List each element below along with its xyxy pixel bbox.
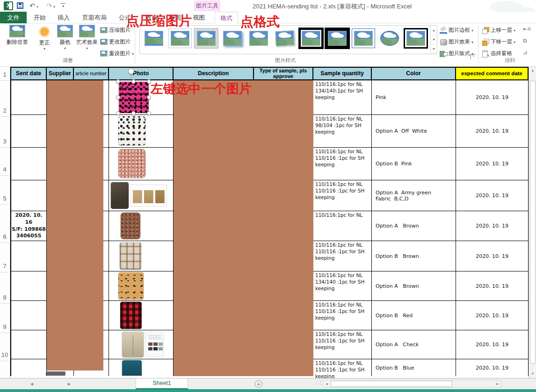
bring-forward-button[interactable]: 上移一层▾ (482, 27, 515, 34)
rotate-handle[interactable] (128, 68, 134, 74)
picture-style-thumbnail[interactable] (351, 29, 376, 51)
header-sent-date[interactable]: Sent date (10, 67, 47, 80)
photo-red-check-jacket[interactable] (120, 302, 142, 329)
undo-dropdown-icon[interactable]: ▾ (36, 5, 38, 9)
cell-expected-date[interactable]: 2020. 10. 19 (456, 359, 529, 376)
photo-brown-fur-coat[interactable] (121, 213, 140, 239)
cell-sample-quantity[interactable]: 110/116:1pc for NL 110/116 :1pc for SH k… (313, 241, 372, 271)
picture-style-thumbnail[interactable] (142, 29, 166, 51)
picture-style-thumbnail[interactable] (299, 29, 323, 51)
cell-sample-quantity[interactable]: 110/116:1pc for NL 110/116 :1pc for SH k… (313, 359, 372, 376)
scroll-left-icon[interactable]: ◄ (323, 380, 330, 387)
cell-expected-date[interactable]: 2020. 10. 19 (456, 271, 529, 301)
tab-format-active[interactable]: 格式 (215, 12, 238, 23)
group-icon[interactable]: ⧉ (523, 35, 536, 47)
cell-sample-quantity[interactable]: 110/116:1pc for NL 134/140 :1pc for SH k… (313, 271, 372, 301)
remove-background-button[interactable]: 删除背景 (3, 25, 32, 46)
align-icon[interactable]: ⇤≡ (523, 23, 536, 35)
photo-pink-fur-coat[interactable] (118, 149, 145, 178)
cell-color[interactable]: Option B Red (372, 301, 456, 330)
tab-home[interactable]: 开始 (29, 12, 51, 23)
sheet-nav-left-icon[interactable]: ◄ (28, 380, 36, 388)
photo-beige-coat[interactable] (122, 332, 144, 357)
send-backward-button[interactable]: 下移一层▾ (482, 38, 515, 45)
resize-handle-sw[interactable] (116, 111, 120, 115)
cell-color[interactable]: Option A Off White (372, 115, 456, 148)
picture-style-thumbnail[interactable] (220, 29, 245, 51)
picture-style-thumbnail[interactable] (404, 29, 428, 51)
vertical-scrollbar-thumb[interactable] (530, 81, 536, 363)
scroll-up-icon[interactable]: ▲ (529, 67, 536, 74)
redo-dropdown-icon[interactable]: ▾ (53, 5, 55, 9)
photo-swatch-card[interactable] (145, 332, 164, 356)
cell-color[interactable]: Option A Brown (372, 271, 456, 301)
cell-expected-date[interactable]: 2020. 10. 19 (456, 148, 529, 180)
header-type-of-sample[interactable]: Type of sample, pls approve (254, 67, 313, 80)
picture-styles-dialog-launcher[interactable] (471, 54, 476, 59)
cell-color[interactable]: Option B Blue (372, 359, 456, 376)
undo-button[interactable]: ↶ (28, 1, 36, 10)
tab-file[interactable]: 文件 (0, 12, 27, 23)
reset-picture-button[interactable]: 重设图片▾ (100, 50, 134, 57)
resize-handle-s[interactable] (131, 111, 136, 115)
picture-style-thumbnail[interactable] (168, 29, 192, 51)
cell-sample-quantity[interactable]: 110/116:1pc for NL 110/116 :1pc for SH k… (313, 180, 372, 211)
tab-insert[interactable]: 插入 (52, 12, 75, 23)
color-button[interactable]: 颜色 (55, 25, 75, 50)
selection-pane-button[interactable]: 选择窗格 (482, 50, 512, 57)
row-number[interactable]: 8 (0, 294, 9, 301)
picture-style-thumbnail[interactable] (325, 29, 349, 51)
rotate-icon[interactable]: ⊿ (523, 47, 536, 56)
cell-color[interactable]: Option A Army green Fabric B,C,D (372, 180, 456, 211)
scroll-right-icon[interactable]: ► (494, 380, 501, 387)
change-picture-button[interactable]: 更改图片 (100, 38, 130, 45)
cell-expected-date[interactable]: 2020. 10. 19 (456, 180, 529, 211)
gallery-up-icon[interactable]: ▲ (431, 26, 437, 35)
photo-dalmatian-spot-coat[interactable] (118, 116, 145, 145)
picture-style-thumbnail[interactable] (194, 29, 218, 51)
photo-fur-swatches[interactable] (130, 185, 167, 207)
row-number[interactable]: 2 (0, 107, 9, 114)
row-number[interactable]: 5 (0, 195, 9, 202)
scroll-down-icon[interactable]: ▼ (529, 370, 536, 378)
row-number[interactable]: 4 (0, 166, 9, 173)
header-sample-quantity[interactable]: Sample quantity (313, 67, 372, 80)
cell-sample-quantity[interactable]: 110/116:1pc for NL 110/116 :1pc for SH k… (313, 301, 372, 330)
resize-handle-n[interactable] (131, 79, 136, 84)
tab-page-layout[interactable]: 页面布局 (77, 12, 112, 23)
photo-beige-plaid-coat[interactable] (120, 242, 141, 270)
photo-tan-leopard-coat[interactable] (118, 272, 144, 299)
cell-color[interactable]: Option A Check (372, 330, 456, 359)
cell-sent-date[interactable]: 2020. 10. 16 S/F: 109868 3406055 (11, 211, 46, 241)
cell-color[interactable]: Option B Pink (372, 148, 456, 180)
picture-border-button[interactable]: 图片边框▾ (440, 27, 473, 34)
row-number[interactable]: 1 (0, 71, 9, 78)
header-description[interactable]: Description (174, 67, 254, 80)
new-sheet-button[interactable]: + (255, 380, 262, 388)
sheet-nav-right-icon[interactable]: ► (65, 380, 73, 388)
picture-style-thumbnail[interactable] (377, 29, 402, 51)
cell-sample-quantity[interactable]: 110/116:1pc for NL (313, 211, 372, 241)
vertical-scrollbar[interactable]: ▲ ▼ (529, 67, 536, 378)
corrections-button[interactable]: 更正 (35, 25, 54, 51)
redaction-overlay-description-type[interactable] (174, 80, 313, 376)
photo-pink-leopard-jacket[interactable] (119, 82, 149, 113)
cell-sample-quantity[interactable]: 110/116:1pc for NL 110/116 :1pc for SH k… (313, 330, 372, 359)
cell-sample-quantity[interactable]: 110/116:1pc for NL 110/116 :1pc for SH k… (313, 148, 372, 180)
cell-sample-quantity[interactable]: 110/116:1pc for NL 98/104 :1pc for SH ke… (313, 115, 372, 148)
cell-expected-date[interactable]: 2020. 10. 19 (456, 301, 529, 330)
cell-expected-date[interactable]: 2020. 10. 19 (456, 211, 529, 241)
row-number[interactable]: 3 (0, 138, 9, 145)
header-article-number[interactable]: article number (74, 67, 109, 80)
row-number[interactable]: 6 (0, 233, 9, 240)
resize-handle-w[interactable] (116, 95, 120, 100)
header-expected-comment-date[interactable]: expected comment date (456, 67, 529, 80)
cell-expected-date[interactable]: 2020. 10. 19 (456, 241, 529, 271)
gallery-more-icon[interactable]: ▼ (431, 44, 437, 54)
cell-expected-date[interactable]: 2020. 10. 19 (456, 330, 529, 359)
cell-expected-date[interactable]: 2020. 10. 19 (456, 80, 529, 115)
row-number[interactable]: 9 (0, 323, 9, 330)
row-number[interactable]: 7 (0, 263, 9, 270)
horizontal-scrollbar[interactable]: ◄ ► (323, 380, 501, 388)
qat-customize-button[interactable]: ▾ (60, 2, 66, 9)
